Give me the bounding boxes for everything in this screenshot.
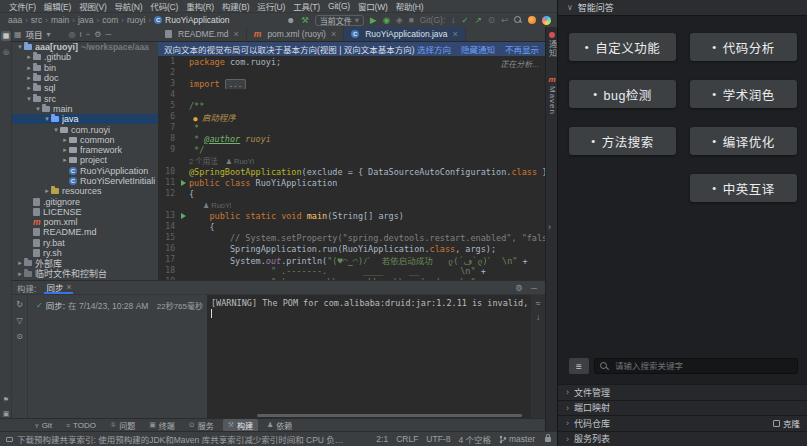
code-area[interactable]: 1package com.ruoyi;23import ...45/**6 ● … xyxy=(158,56,545,280)
project-tool-icon[interactable]: ▦ xyxy=(1,31,11,41)
assistant-button[interactable]: 方法搜索 xyxy=(569,127,676,155)
locate-file-icon[interactable]: ◎ xyxy=(69,30,76,39)
ai-plugin-icon[interactable] xyxy=(542,16,551,25)
tool-window-problems[interactable]: ①问题 xyxy=(105,419,140,432)
tree-chevron-icon[interactable]: ▾ xyxy=(16,43,24,51)
file-encoding[interactable]: UTF-8 xyxy=(426,434,450,444)
history-icon[interactable]: ⊙ xyxy=(488,16,495,25)
menu-item[interactable]: 工具(T) xyxy=(289,0,324,12)
tree-item[interactable]: ▸.github xyxy=(12,52,158,62)
build-console[interactable]: [WARNING] The POM for com.alibaba:druid:… xyxy=(207,295,549,419)
editor[interactable]: 双向文本的视觉布局可以取决于基本方向(视图 | 双向文本基本方向) 选择方向 隐… xyxy=(158,42,545,280)
clone-button[interactable]: 克隆 xyxy=(773,417,800,429)
tree-item[interactable]: .gitignore xyxy=(12,196,158,206)
tree-chevron-icon[interactable]: ▸ xyxy=(16,270,24,278)
section-row[interactable]: ›文件管理 xyxy=(558,384,807,400)
tree-chevron-icon[interactable]: ▾ xyxy=(43,115,51,123)
banner-action-dont-show[interactable]: 不再显示 xyxy=(505,43,539,55)
tree-item[interactable]: ▾main xyxy=(12,104,158,114)
event-log-icon[interactable] xyxy=(6,437,13,442)
tree-chevron-icon[interactable]: ▸ xyxy=(61,156,69,164)
run-button[interactable]: ▶ xyxy=(370,16,377,25)
section-row[interactable]: ›服务列表 xyxy=(558,431,807,446)
line-number[interactable]: 18 xyxy=(158,266,180,275)
tree-chevron-icon[interactable]: ▸ xyxy=(25,53,33,61)
tree-item[interactable]: LICENSE xyxy=(12,207,158,217)
line-number[interactable]: 17 xyxy=(158,255,180,264)
assistant-button[interactable]: bug检测 xyxy=(569,80,676,108)
menu-item[interactable]: 导航(N) xyxy=(111,0,147,12)
build-settings-icon[interactable]: ⚙ xyxy=(515,283,523,293)
assistant-button[interactable]: 代码分析 xyxy=(690,33,797,61)
breadcrumb-item[interactable]: CRuoYiApplication xyxy=(154,15,229,25)
tool-window-dependencies[interactable]: ♟依赖 xyxy=(262,419,297,432)
breadcrumb-item[interactable]: ruoyi xyxy=(127,15,145,25)
line-number[interactable]: 16 xyxy=(158,244,180,253)
run-configuration-select[interactable]: 当前文件 ▾ xyxy=(315,15,364,26)
tree-item[interactable]: ▸project xyxy=(12,155,158,165)
tree-item[interactable]: ▾aaa [ruoyi]~/workspace/aaa xyxy=(12,42,158,52)
close-icon[interactable]: × xyxy=(66,282,71,292)
search-everywhere-icon[interactable] xyxy=(514,16,522,24)
breadcrumb-item[interactable]: main xyxy=(51,15,69,25)
tool-window-git[interactable]: ʏGit xyxy=(30,420,57,431)
hide-build-panel-icon[interactable]: ─ xyxy=(531,283,537,293)
line-number[interactable]: 12 xyxy=(158,189,180,198)
tree-item[interactable]: CRuoYiServletInitiali xyxy=(12,176,158,186)
tree-chevron-icon[interactable]: ▸ xyxy=(25,84,33,92)
breadcrumb-item[interactable]: java xyxy=(78,15,94,25)
tree-chevron-icon[interactable]: ▸ xyxy=(61,136,69,144)
menu-item[interactable]: 代码(C) xyxy=(146,0,182,12)
project-panel-header[interactable]: ▦ 项目 ▾ ◎ I ÷ ⚙ ─ xyxy=(0,27,158,41)
assistant-button[interactable]: 中英互译 xyxy=(690,174,797,202)
bookmarks-tool-icon[interactable]: ⚑ xyxy=(1,395,11,405)
line-number[interactable]: 6 xyxy=(158,112,180,121)
tree-item[interactable]: ▾src xyxy=(12,93,158,103)
assistant-menu-button[interactable]: ≡ xyxy=(569,358,589,374)
soft-wrap-icon[interactable]: ≈ xyxy=(536,299,540,308)
menu-item[interactable]: 重构(R) xyxy=(182,0,218,12)
menu-item[interactable]: Git(G) xyxy=(324,1,354,11)
line-number[interactable]: 15 xyxy=(158,233,180,242)
build-tab-sync[interactable]: 同步 × xyxy=(44,281,73,294)
update-notification-icon[interactable] xyxy=(528,16,536,24)
scroll-to-end-icon[interactable]: ↓ xyxy=(536,313,540,322)
line-number[interactable]: 11 xyxy=(158,178,180,187)
section-row[interactable]: ›代码仓库克隆 xyxy=(558,415,807,431)
build-result-tree[interactable]: ✓ 同步: 在 7/14/23, 10:28 AM 22秒765毫秒 xyxy=(28,295,207,419)
commit-tool-icon[interactable]: ◎ xyxy=(1,47,11,57)
debug-button[interactable]: ◉ xyxy=(383,16,390,25)
tree-chevron-icon[interactable]: ▸ xyxy=(25,74,33,82)
menu-item[interactable]: 视图(V) xyxy=(75,0,110,12)
line-number[interactable]: 10 xyxy=(158,167,180,176)
menu-item[interactable]: 窗口(W) xyxy=(354,0,392,12)
line-number[interactable]: 8 xyxy=(158,134,180,143)
tree-item[interactable]: ▸framework xyxy=(12,145,158,155)
tree-item[interactable]: CRuoYiApplication xyxy=(12,166,158,176)
tree-chevron-icon[interactable]: ▸ xyxy=(25,64,33,72)
tool-window-build[interactable]: ⚒构建 xyxy=(223,419,258,432)
menu-item[interactable]: 文件(F) xyxy=(5,0,40,12)
chevron-down-icon[interactable]: ▾ xyxy=(47,30,51,39)
coverage-button[interactable]: ◈ xyxy=(396,16,403,25)
line-number[interactable]: 2 xyxy=(158,68,180,77)
tree-item[interactable]: ▸sql xyxy=(12,83,158,93)
project-settings-icon[interactable]: ⚙ xyxy=(94,30,101,39)
assistant-header[interactable]: ∨ 智能问答 xyxy=(558,0,807,16)
stop-button[interactable]: ■ xyxy=(409,16,414,25)
tree-chevron-icon[interactable]: ▾ xyxy=(34,105,42,113)
line-number[interactable]: 14 xyxy=(158,222,180,231)
tree-chevron-icon[interactable]: ▾ xyxy=(52,126,60,134)
close-icon[interactable]: × xyxy=(234,29,239,39)
tree-chevron-icon[interactable]: ▾ xyxy=(25,95,33,103)
hide-panel-icon[interactable]: ─ xyxy=(105,30,111,39)
lock-icon[interactable] xyxy=(545,437,551,442)
git-commit-icon[interactable]: ✓ xyxy=(462,16,469,25)
banner-action-choose-direction[interactable]: 选择方向 xyxy=(417,43,451,55)
expand-all-icon[interactable]: I xyxy=(80,30,82,39)
line-number[interactable]: 9 xyxy=(158,145,180,154)
tree-item[interactable]: ▸resources xyxy=(12,186,158,196)
stripe-chevron-icon[interactable]: › xyxy=(548,222,551,232)
run-gutter-icon[interactable] xyxy=(180,210,189,221)
tool-window-services[interactable]: ⊙服务 xyxy=(184,419,219,432)
